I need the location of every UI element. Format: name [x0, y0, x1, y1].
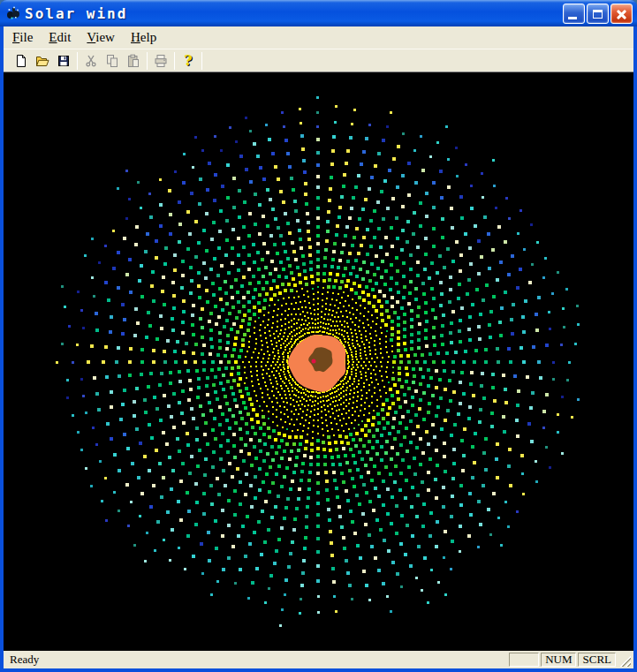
status-bar: Ready NUM SCRL — [4, 651, 633, 668]
save-floppy-icon — [57, 54, 71, 68]
toolbar: ? — [4, 49, 633, 72]
open-button[interactable] — [32, 51, 53, 71]
status-pane-num: NUM — [541, 653, 576, 667]
client-area — [4, 72, 633, 651]
menu-item-edit[interactable]: Edit — [42, 28, 78, 47]
copy-icon — [105, 54, 119, 68]
toolbar-separator — [147, 52, 148, 70]
toolbar-separator — [174, 52, 175, 70]
copy-button[interactable] — [102, 51, 123, 71]
menu-item-view[interactable]: View — [80, 28, 122, 47]
print-icon — [154, 54, 168, 68]
window-controls — [563, 4, 633, 24]
paste-button[interactable] — [123, 51, 144, 71]
minimize-button[interactable] — [563, 4, 585, 24]
print-button[interactable] — [150, 51, 171, 71]
save-button[interactable] — [53, 51, 74, 71]
maximize-icon — [593, 10, 603, 19]
app-window: Solar wind File Edit View Help — [0, 0, 637, 672]
status-message: Ready — [4, 653, 509, 667]
help-button[interactable]: ? — [178, 51, 199, 71]
paste-icon — [126, 54, 140, 68]
minimize-icon — [568, 17, 577, 19]
title-bar[interactable]: Solar wind — [0, 0, 637, 26]
status-pane-scroll: SCRL — [578, 653, 616, 667]
maximize-button[interactable] — [587, 4, 609, 24]
app-icon — [5, 5, 21, 21]
close-icon — [615, 7, 629, 21]
solar-wind-visualization — [4, 72, 633, 651]
menu-bar: File Edit View Help — [4, 26, 633, 49]
menu-item-help[interactable]: Help — [124, 28, 163, 47]
new-button[interactable] — [11, 51, 32, 71]
help-question-icon: ? — [184, 54, 192, 68]
resize-grip[interactable] — [619, 655, 632, 668]
cut-scissors-icon — [84, 54, 98, 68]
window-title: Solar wind — [25, 5, 127, 22]
status-pane-empty — [509, 653, 539, 667]
open-folder-icon — [35, 54, 49, 68]
menu-item-file[interactable]: File — [5, 28, 40, 47]
cut-button[interactable] — [80, 51, 102, 71]
close-button[interactable] — [610, 4, 633, 24]
toolbar-separator — [77, 52, 78, 70]
new-document-icon — [14, 54, 28, 68]
toolbar-separator — [201, 52, 202, 70]
